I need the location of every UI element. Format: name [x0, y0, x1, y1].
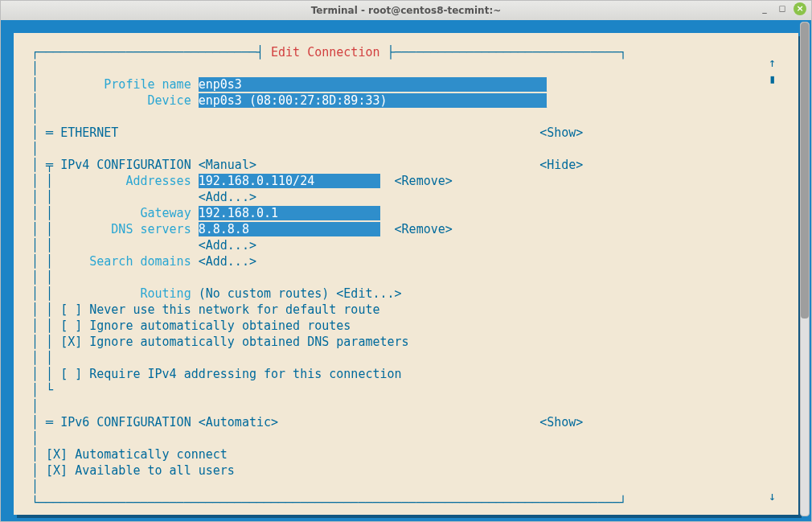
dns-label: DNS servers [111, 222, 191, 236]
routing-edit-button[interactable]: <Edit...> [336, 286, 401, 301]
gateway-label: Gateway [140, 206, 191, 220]
chk-ignore-routes[interactable]: [ ] Ignore automatically obtained routes [60, 319, 351, 333]
close-button[interactable]: × [794, 2, 806, 15]
window-titlebar: Terminal - root@centos8-tecmint:~ _ ◻ × [1, 1, 811, 21]
device-input[interactable]: enp0s3 (08:00:27:8D:89:33) [199, 93, 388, 108]
ipv6-mode-select[interactable]: <Automatic> [199, 415, 278, 430]
chk-ignore-dns[interactable]: [X] Ignore automatically obtained DNS pa… [60, 335, 408, 349]
dns0-input[interactable]: 8.8.8.8 [199, 222, 249, 236]
window-controls: _ ◻ × [758, 2, 806, 15]
search-domains-label: Search domains [89, 254, 191, 269]
address-add-button[interactable]: <Add...> [199, 190, 256, 204]
addresses-label: Addresses [125, 174, 191, 188]
dns0-remove-button[interactable]: <Remove> [395, 222, 453, 236]
profile-name-input[interactable]: enp0s3 [199, 77, 242, 92]
scroll-down-icon[interactable]: ↓ [769, 489, 776, 504]
ipv6-section-label: IPv6 CONFIGURATION [60, 415, 191, 430]
maximize-button[interactable]: ◻ [776, 2, 789, 15]
chk-autoconnect[interactable]: [X] Automatically connect [46, 447, 228, 462]
nmtui-dialog: ↑ ▮ ↓ ┌──────────────────────────────┤ E… [14, 33, 798, 515]
window-scrollbar[interactable] [800, 22, 810, 516]
terminal-client: ↑ ▮ ↓ ┌──────────────────────────────┤ E… [1, 20, 811, 521]
ipv4-section-label: IPv4 CONFIGURATION [60, 158, 191, 172]
routing-status: (No custom routes) [199, 286, 330, 301]
terminal-window: Terminal - root@centos8-tecmint:~ _ ◻ × … [0, 0, 812, 522]
scroll-up-icon[interactable]: ↑ [769, 55, 776, 70]
address0-remove-button[interactable]: <Remove> [395, 174, 453, 188]
scroll-pos-icon: ▮ [769, 72, 776, 86]
search-add-button[interactable]: <Add...> [199, 254, 256, 269]
ethernet-section-label: ETHERNET [60, 125, 118, 140]
minimize-button[interactable]: _ [758, 2, 771, 15]
dns-add-button[interactable]: <Add...> [199, 238, 256, 253]
ipv6-show-button[interactable]: <Show> [539, 415, 583, 430]
address0-input[interactable]: 192.168.0.110/24 [199, 174, 315, 188]
chk-never-default[interactable]: [ ] Never use this network for default r… [60, 302, 379, 317]
chk-require-v4[interactable]: [ ] Require IPv4 addressing for this con… [60, 367, 401, 381]
ipv4-hide-button[interactable]: <Hide> [539, 158, 583, 172]
window-title: Terminal - root@centos8-tecmint:~ [311, 5, 501, 16]
chk-all-users[interactable]: [X] Available to all users [46, 463, 235, 478]
ethernet-show-button[interactable]: <Show> [539, 125, 583, 140]
gateway-input[interactable]: 192.168.0.1 [199, 206, 278, 220]
device-label: Device [148, 93, 191, 108]
scrollbar-thumb[interactable] [801, 23, 809, 319]
routing-label: Routing [140, 286, 191, 301]
profile-name-label: Profile name [104, 77, 191, 92]
tui-screen: ┌──────────────────────────────┤ Edit Co… [31, 44, 781, 511]
dialog-title: Edit Connection [271, 45, 379, 60]
ipv4-mode-select[interactable]: <Manual> [199, 158, 256, 172]
